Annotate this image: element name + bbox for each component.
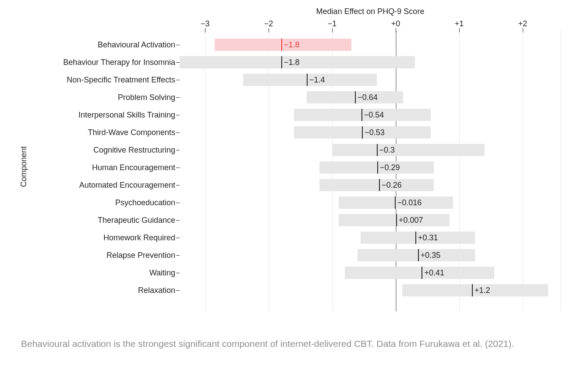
y-tick-label: Automated Encouragement bbox=[79, 181, 180, 190]
y-tick-label: Homework Required bbox=[103, 233, 180, 243]
x-tick-mark bbox=[523, 28, 523, 32]
bar-row: Relapse Prevention+0.35 bbox=[180, 246, 561, 264]
interval-bar bbox=[319, 161, 434, 174]
value-label: +0.31 bbox=[418, 233, 438, 243]
value-label: −0.54 bbox=[364, 111, 384, 120]
x-tick-mark bbox=[332, 28, 333, 32]
median-tick bbox=[362, 126, 363, 139]
y-tick-label: Relapse Prevention bbox=[106, 251, 180, 260]
value-label: −1.8 bbox=[284, 58, 300, 67]
bar-row: Behaviour Therapy for Insomnia−1.8 bbox=[180, 54, 561, 71]
median-tick bbox=[355, 91, 356, 103]
interval-bar bbox=[345, 267, 494, 279]
value-label: −0.26 bbox=[382, 181, 402, 190]
y-axis-title: Component bbox=[19, 146, 28, 187]
y-tick-label: Behaviour Therapy for Insomnia bbox=[63, 58, 180, 67]
bar-row: Automated Encouragement−0.26 bbox=[180, 176, 561, 194]
interval-bar bbox=[339, 196, 453, 209]
y-tick-label: Behavioural Activation bbox=[98, 40, 180, 50]
x-tick-label: −3 bbox=[201, 19, 210, 29]
interval-bar bbox=[319, 179, 434, 191]
y-tick-label: Interpersonal Skills Training bbox=[78, 111, 180, 120]
y-tick-label: Therapeutic Guidance bbox=[98, 216, 180, 225]
value-label: −0.53 bbox=[365, 128, 385, 137]
median-tick bbox=[396, 214, 397, 226]
interval-bar bbox=[294, 109, 431, 121]
median-tick bbox=[361, 109, 362, 121]
median-tick bbox=[418, 249, 419, 261]
x-tick-label: +0 bbox=[391, 19, 400, 29]
y-tick-label: Third-Wave Components bbox=[88, 128, 180, 137]
median-tick bbox=[415, 232, 416, 244]
x-tick-label: −1 bbox=[328, 19, 337, 29]
chart-caption: Behavioural activation is the strongest … bbox=[21, 338, 567, 350]
bar-row: Behavioural Activation−1.8 bbox=[180, 36, 561, 54]
value-label: −0.016 bbox=[397, 198, 422, 207]
median-tick bbox=[377, 161, 378, 174]
median-tick bbox=[281, 39, 282, 51]
median-tick bbox=[379, 179, 380, 191]
value-label: +1.2 bbox=[475, 286, 490, 295]
interval-bar bbox=[358, 249, 475, 261]
y-tick-label: Non-Specific Treatment Effects bbox=[67, 75, 180, 85]
value-label: −0.29 bbox=[380, 163, 400, 172]
interval-bar bbox=[215, 39, 351, 51]
x-tick-mark bbox=[396, 28, 396, 32]
bar-row: Third-Wave Components−0.53 bbox=[180, 124, 561, 141]
y-tick-label: Relaxation bbox=[138, 286, 180, 295]
bar-row: Problem Solving−0.64 bbox=[180, 89, 561, 106]
plot-area: −3−2−1+0+1+2Behavioural Activation−1.8Be… bbox=[180, 31, 561, 311]
median-tick bbox=[422, 267, 422, 279]
median-tick bbox=[395, 196, 396, 209]
median-tick bbox=[281, 56, 282, 68]
value-label: +0.007 bbox=[399, 216, 423, 225]
interval-bar bbox=[339, 214, 450, 226]
median-tick bbox=[472, 284, 473, 296]
bar-row: Non-Specific Treatment Effects−1.4 bbox=[180, 71, 561, 89]
x-tick-label: +1 bbox=[455, 19, 464, 29]
bar-row: Psychoeducation−0.016 bbox=[180, 194, 561, 211]
value-label: −1.8 bbox=[284, 40, 300, 50]
value-label: +0.35 bbox=[421, 251, 441, 260]
x-tick-mark bbox=[269, 28, 269, 32]
bar-row: Homework Required+0.31 bbox=[180, 229, 561, 246]
bar-row: Cognitive Restructuring−0.3 bbox=[180, 141, 561, 159]
bar-row: Relaxation+1.2 bbox=[180, 282, 561, 299]
value-label: −1.4 bbox=[309, 75, 325, 85]
chart-container: Component −3−2−1+0+1+2Behavioural Activa… bbox=[0, 0, 588, 371]
median-tick bbox=[307, 74, 308, 86]
chart-title: Median Effect on PHQ-9 Score bbox=[316, 7, 425, 16]
bar-row: Interpersonal Skills Training−0.54 bbox=[180, 106, 561, 124]
value-label: −0.3 bbox=[379, 146, 395, 155]
y-tick-label: Psychoeducation bbox=[115, 198, 180, 207]
bar-row: Therapeutic Guidance+0.007 bbox=[180, 211, 561, 229]
y-tick-label: Human Encouragement bbox=[92, 163, 180, 172]
bar-row: Human Encouragement−0.29 bbox=[180, 159, 561, 176]
y-tick-label: Problem Solving bbox=[118, 93, 180, 102]
x-tick-label: +2 bbox=[518, 19, 528, 29]
x-tick-label: −2 bbox=[264, 19, 273, 29]
y-tick-label: Cognitive Restructuring bbox=[93, 146, 180, 155]
x-tick-mark bbox=[205, 28, 205, 32]
interval-bar bbox=[332, 144, 485, 156]
value-label: −0.64 bbox=[358, 93, 378, 102]
bar-row: Waiting+0.41 bbox=[180, 264, 561, 282]
value-label: +0.41 bbox=[424, 268, 444, 278]
median-tick bbox=[377, 144, 378, 156]
y-tick-label: Waiting bbox=[149, 268, 180, 278]
x-tick-mark bbox=[459, 28, 460, 32]
